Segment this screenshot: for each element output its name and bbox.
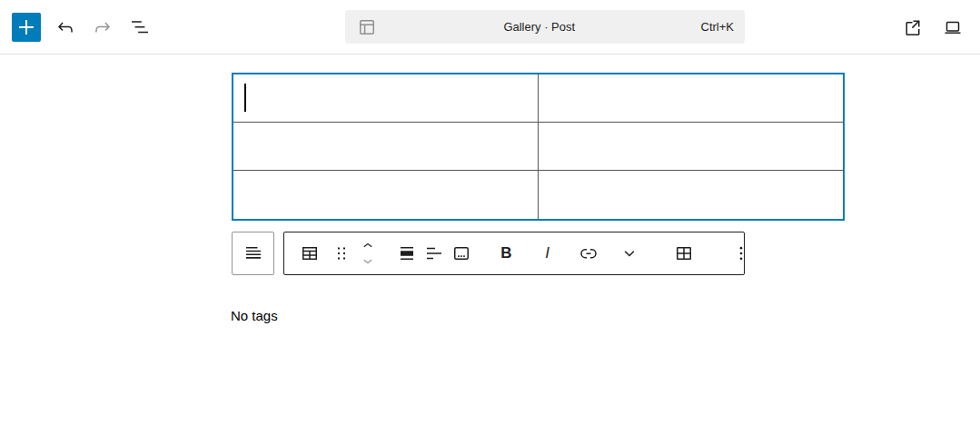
undo-icon (54, 16, 76, 38)
bold-button[interactable]: B (486, 232, 527, 274)
table-cell[interactable] (539, 171, 844, 219)
block-switcher-button[interactable] (290, 232, 330, 274)
move-up-button[interactable] (357, 237, 379, 253)
editor-top-bar: Gallery · Post Ctrl+K (0, 0, 980, 54)
layout-icon (356, 16, 378, 38)
command-center-bar[interactable]: Gallery · Post Ctrl+K (345, 10, 745, 44)
external-link-icon (902, 16, 924, 38)
table-grid-icon (673, 242, 695, 264)
preview-button[interactable] (936, 11, 969, 44)
view-site-button[interactable] (896, 11, 929, 44)
top-bar-left-tools (12, 0, 161, 54)
toolbar-group-table (655, 232, 713, 274)
table-cell[interactable] (233, 74, 539, 123)
redo-button[interactable] (86, 11, 119, 44)
table-cell[interactable] (539, 74, 844, 123)
kebab-icon (730, 242, 752, 264)
text-caret (244, 84, 246, 112)
edit-table-button[interactable] (660, 232, 708, 274)
top-bar-right-tools (896, 0, 969, 54)
toolbar-group-options (713, 232, 769, 274)
block-inserter-button[interactable] (12, 13, 41, 42)
move-down-button[interactable] (357, 253, 379, 270)
table-cell[interactable] (233, 171, 539, 219)
chevron-down-icon (619, 242, 640, 264)
align-none-icon (396, 242, 418, 264)
redo-icon (92, 16, 114, 38)
lines-icon (243, 242, 264, 264)
list-view-button[interactable] (124, 11, 156, 44)
toolbar-group-formatting: B I (480, 232, 655, 274)
laptop-icon (942, 16, 964, 38)
no-tags-text[interactable]: No tags (231, 308, 278, 323)
align-left-icon (423, 242, 445, 264)
block-mover (353, 232, 382, 274)
italic-label: I (545, 244, 549, 262)
caption-icon (450, 242, 472, 264)
select-parent-block-button[interactable] (232, 232, 274, 275)
table-block[interactable] (232, 73, 845, 221)
chevron-down-icon (359, 252, 377, 271)
more-formatting-button[interactable] (609, 232, 649, 274)
block-toolbar: B I (232, 232, 745, 275)
drag-handle-icon (331, 242, 352, 264)
caption-button[interactable] (448, 232, 475, 274)
align-button[interactable] (393, 232, 421, 274)
undo-button[interactable] (49, 11, 82, 44)
link-button[interactable] (568, 232, 609, 274)
table-cell[interactable] (539, 123, 844, 171)
block-toolbar-main: B I (283, 232, 745, 275)
table-block-icon (299, 242, 321, 264)
italic-button[interactable]: I (527, 232, 568, 274)
plus-icon (15, 16, 37, 38)
toolbar-group-align (388, 232, 480, 274)
text-align-button[interactable] (421, 232, 448, 274)
command-shortcut: Ctrl+K (701, 20, 734, 34)
table-cell[interactable] (233, 123, 539, 171)
chevron-up-icon (359, 236, 377, 254)
document-title: Gallery · Post (378, 20, 701, 34)
drag-handle[interactable] (330, 232, 353, 274)
options-button[interactable] (718, 232, 764, 274)
toolbar-group-block (284, 232, 388, 274)
link-icon (578, 242, 599, 264)
bold-label: B (500, 244, 511, 262)
list-view-icon (129, 16, 151, 38)
